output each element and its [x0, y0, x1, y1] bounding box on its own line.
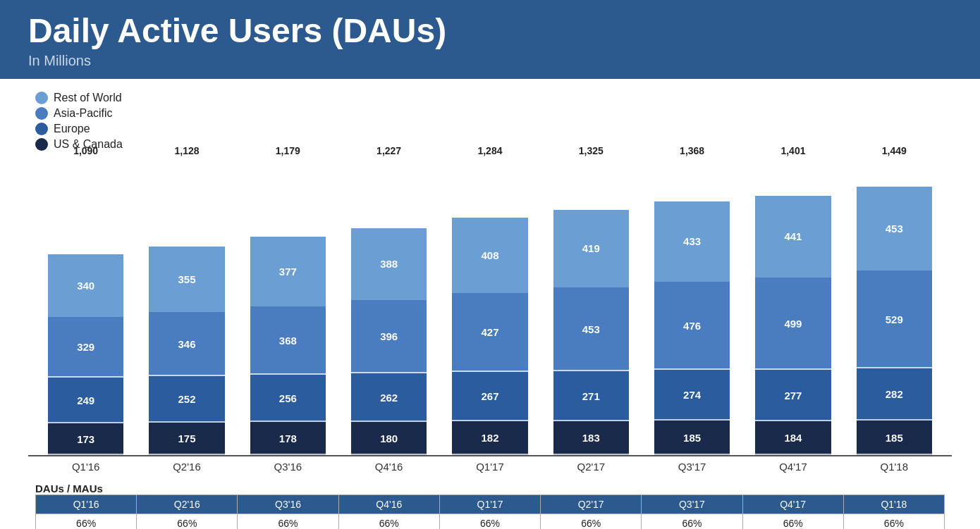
bar-segment-asia: 346: [149, 312, 224, 376]
bar-segment-us: 185: [857, 421, 932, 455]
page-title: Daily Active Users (DAUs): [28, 13, 952, 50]
bar-segment-asia: 329: [48, 317, 123, 378]
legend: Rest of WorldAsia-PacificEuropeUS & Cana…: [35, 92, 952, 151]
table-header: Q3'17: [642, 494, 742, 514]
bar-segment-europe: 262: [351, 373, 427, 422]
bar-total-label: 1,227: [376, 145, 401, 156]
bar-segment-world: 433: [654, 201, 730, 282]
bar-group-Q316: 1,179178256368377: [238, 161, 338, 455]
legend-label-asia: Asia-Pacific: [54, 107, 113, 120]
separator: [755, 420, 831, 421]
table-cell: 66%: [137, 514, 238, 529]
table-header: Q2'17: [541, 494, 642, 514]
separator: [149, 454, 224, 455]
bar-total-label: 1,179: [276, 145, 300, 156]
separator: [857, 419, 932, 421]
table-header: Q4'16: [338, 494, 439, 514]
bar-total-label: 1,090: [73, 145, 98, 156]
separator: [351, 421, 427, 422]
bar-group-Q317: 1,368185274476433: [642, 161, 742, 455]
separator: [553, 370, 629, 371]
bar-segment-europe: 274: [654, 370, 730, 421]
bar-segment-asia: 427: [452, 293, 527, 372]
separator: [857, 454, 932, 455]
separator: [654, 368, 730, 370]
table-cell: 66%: [642, 514, 742, 529]
separator: [553, 454, 629, 455]
separator: [351, 372, 427, 373]
legend-item-world: Rest of World: [35, 92, 952, 104]
separator: [654, 419, 730, 421]
bar-segment-europe: 271: [553, 371, 629, 421]
bar-total-label: 1,449: [882, 145, 907, 156]
table-title: DAUs / MAUs: [35, 483, 945, 494]
bar-stack: 173249329340: [48, 254, 123, 455]
bar-total-label: 1,128: [174, 145, 199, 156]
bar-segment-asia: 368: [250, 306, 326, 375]
content: Rest of WorldAsia-PacificEuropeUS & Cana…: [0, 79, 980, 529]
bar-segment-world: 419: [553, 210, 629, 287]
bar-group-Q217: 1,325183271453419: [541, 161, 642, 455]
separator: [857, 367, 932, 368]
bar-segment-europe: 277: [755, 370, 831, 421]
bar-total-label: 1,284: [477, 145, 502, 156]
bar-segment-us: 182: [452, 421, 527, 455]
bar-group-Q118: 1,449185282529453: [844, 161, 945, 455]
dau-table: Q1'16Q2'16Q3'16Q4'16Q1'17Q2'17Q3'17Q4'17…: [35, 494, 945, 529]
table-header: Q3'16: [238, 494, 338, 514]
bar-segment-us: 175: [149, 423, 224, 455]
bar-stack: 185274476433: [654, 201, 730, 455]
bar-segment-asia: 476: [654, 282, 730, 370]
table-header: Q2'16: [137, 494, 238, 514]
bar-stack: 185282529453: [857, 187, 932, 455]
separator: [755, 368, 831, 370]
legend-dot-us: [35, 138, 48, 151]
page-subtitle: In Millions: [28, 53, 952, 69]
separator: [452, 420, 527, 421]
table-header: Q4'17: [742, 494, 843, 514]
table-cell: 66%: [238, 514, 338, 529]
x-axis-label: Q4'17: [742, 461, 843, 473]
legend-label-world: Rest of World: [54, 92, 122, 104]
x-axis-label: Q1'18: [844, 461, 945, 473]
bar-total-label: 1,368: [680, 145, 704, 156]
bar-segment-world: 377: [250, 237, 326, 306]
x-axis-label: Q4'16: [338, 461, 439, 473]
bar-stack: 175252346355: [149, 247, 224, 455]
bar-segment-europe: 282: [857, 368, 932, 421]
separator: [452, 454, 527, 455]
table-cell: 66%: [338, 514, 439, 529]
separator: [149, 421, 224, 423]
legend-item-europe: Europe: [35, 123, 952, 135]
bar-segment-asia: 396: [351, 300, 427, 373]
chart-area: 1,0901732493293401,1281752523463551,1791…: [28, 161, 952, 456]
separator: [755, 454, 831, 455]
legend-dot-europe: [35, 123, 48, 135]
bar-group-Q116: 1,090173249329340: [35, 161, 136, 455]
bar-stack: 184277499441: [755, 196, 831, 455]
table-cell: 66%: [742, 514, 843, 529]
bar-group-Q216: 1,128175252346355: [136, 161, 237, 455]
bar-segment-world: 441: [755, 196, 831, 278]
bar-segment-world: 408: [452, 218, 527, 293]
separator: [48, 422, 123, 423]
legend-item-asia: Asia-Pacific: [35, 107, 952, 120]
bar-segment-world: 340: [48, 254, 123, 317]
bar-segment-world: 388: [351, 228, 427, 300]
bar-total-label: 1,325: [579, 145, 604, 156]
bar-segment-europe: 252: [149, 376, 224, 423]
legend-dot-world: [35, 92, 48, 104]
x-axis-label: Q3'17: [642, 461, 742, 473]
bar-segment-us: 178: [250, 422, 326, 455]
bar-group-Q416: 1,227180262396388: [338, 161, 439, 455]
bar-stack: 180262396388: [351, 228, 427, 455]
table-header: Q1'18: [843, 494, 944, 514]
separator: [250, 373, 326, 375]
bar-group-Q117: 1,284182267427408: [439, 161, 540, 455]
table-section: DAUs / MAUs Q1'16Q2'16Q3'16Q4'16Q1'17Q2'…: [35, 483, 945, 529]
bar-segment-world: 355: [149, 247, 224, 312]
legend-label-europe: Europe: [54, 123, 90, 135]
separator: [452, 371, 527, 372]
table-cell: 66%: [843, 514, 944, 529]
table-cell: 66%: [36, 514, 137, 529]
